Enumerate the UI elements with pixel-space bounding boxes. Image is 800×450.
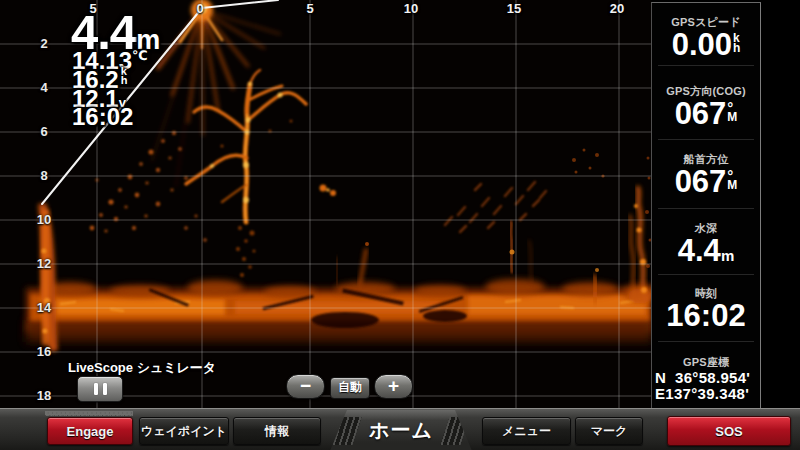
time-section: 時刻 16:02	[652, 286, 760, 331]
water-depth-value: 4.4	[678, 233, 721, 268]
depth-axis-label: 14	[28, 300, 60, 315]
plus-icon: +	[388, 375, 399, 396]
time-value: 16:02	[652, 301, 760, 331]
gps-position-section: GPS座標 N 36°58.954' E137°39.348'	[652, 355, 760, 401]
engage-button[interactable]: Engage	[47, 417, 133, 445]
depth-section: 水深 4.4m	[652, 221, 760, 271]
gps-speed-unit: kh	[733, 33, 740, 53]
bottom-band	[26, 279, 651, 342]
depth-axis-label: 6	[28, 124, 60, 139]
gps-speed-section: GPSスピード 0.00kh	[652, 15, 760, 60]
pause-button[interactable]	[77, 376, 123, 402]
top-axis-label: 0	[183, 1, 217, 16]
home-stripes-icon	[332, 417, 361, 445]
heading-unit: °M	[727, 171, 737, 190]
home-stripes-icon	[440, 417, 469, 445]
gps-latitude: N 36°58.954'	[652, 370, 760, 386]
sidebar-divider	[658, 139, 754, 140]
bottom-toolbar: Engage ウェイポイント 情報 ホーム メニュー マーク SOS	[0, 408, 800, 450]
depth-axis-label: 4	[28, 80, 60, 95]
home-tab-label: ホーム	[369, 417, 433, 444]
range-zoom-out-button[interactable]: −	[286, 374, 325, 399]
grip-dots-icon	[45, 411, 133, 416]
auto-range-button[interactable]: 自動	[330, 377, 370, 399]
info-button[interactable]: 情報	[233, 417, 321, 445]
heading-section: 船首方位 067°M	[652, 152, 760, 197]
sidebar-divider	[658, 208, 754, 209]
cog-section: GPS方向(COG) 067°M	[652, 84, 760, 129]
depth-axis-label: 18	[28, 388, 60, 403]
gps-speed-value: 0.00	[672, 27, 732, 62]
depth-axis-label: 2	[28, 36, 60, 51]
cog-value: 067	[675, 96, 727, 131]
depth-axis-label: 10	[28, 212, 60, 227]
data-sidebar: GPSスピード 0.00kh GPS方向(COG) 067°M 船首方位 067…	[651, 2, 761, 409]
menu-button[interactable]: メニュー	[482, 417, 571, 445]
gps-longitude: E137°39.348'	[652, 386, 760, 402]
top-axis-label: 20	[600, 1, 634, 16]
clock-readout: 16:02	[72, 103, 133, 131]
sidebar-divider	[658, 341, 754, 342]
fishfinder-screen: 5 0 5 10 15 20 2 4 6 8 10 12 14 16 18 4.…	[0, 0, 800, 450]
top-axis-label: 5	[293, 1, 327, 16]
temperature-unit: ℃	[132, 48, 148, 63]
livescope-simulator-label: LiveScope シュミレータ	[68, 359, 216, 377]
sonar-view: 5 0 5 10 15 20 2 4 6 8 10 12 14 16 18 4.…	[0, 0, 651, 408]
mark-button[interactable]: マーク	[575, 417, 643, 445]
sos-button[interactable]: SOS	[667, 416, 791, 446]
top-axis-label: 10	[394, 1, 428, 16]
speed-unit: kh	[121, 67, 128, 85]
sidebar-divider	[658, 274, 754, 275]
gps-position-label: GPS座標	[652, 355, 760, 370]
heading-value: 067	[675, 164, 727, 199]
cog-unit: °M	[727, 103, 737, 122]
depth-axis-label: 16	[28, 344, 60, 359]
minus-icon: −	[300, 375, 311, 396]
depth-axis-label: 8	[28, 168, 60, 183]
tree-structure	[186, 70, 336, 277]
sidebar-divider	[658, 65, 754, 66]
waypoint-button[interactable]: ウェイポイント	[139, 417, 229, 445]
range-zoom-in-button[interactable]: +	[374, 374, 413, 399]
depth-axis-label: 12	[28, 256, 60, 271]
home-tab[interactable]: ホーム	[330, 410, 472, 450]
pause-icon	[94, 383, 107, 395]
water-depth-unit: m	[721, 247, 734, 264]
top-axis-label: 15	[497, 1, 531, 16]
left-scatter	[90, 131, 207, 242]
right-wisps	[337, 149, 651, 305]
